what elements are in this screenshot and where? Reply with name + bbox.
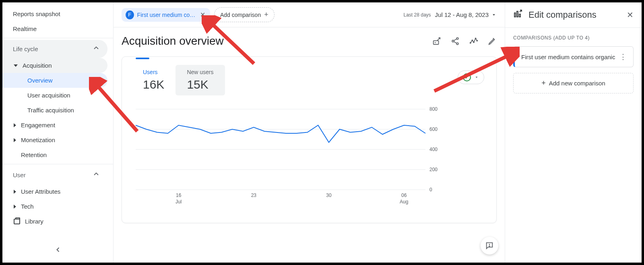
nav-realtime[interactable]: Realtime (2, 21, 107, 36)
nav-acquisition[interactable]: Acquisition (2, 58, 107, 73)
svg-line-37 (434, 54, 512, 91)
date-range-value: Jul 12 - Aug 8, 2023 (435, 11, 489, 18)
metric-value: 15K (187, 78, 213, 91)
more-icon[interactable]: ⋮ (619, 52, 627, 61)
date-range-picker[interactable]: Last 28 days Jul 12 - Aug 8, 2023 (404, 11, 497, 18)
svg-point-8 (475, 38, 476, 39)
title-actions (432, 37, 497, 46)
divider (2, 38, 113, 38)
svg-line-35 (95, 83, 137, 131)
nav-reports-snapshot[interactable]: Reports snapshot (2, 6, 107, 21)
svg-point-9 (477, 40, 477, 41)
add-new-label: Add new comparison (549, 80, 605, 87)
divider (2, 164, 113, 164)
svg-point-5 (470, 42, 471, 43)
svg-point-28 (489, 246, 489, 246)
section-user[interactable]: User (2, 166, 107, 184)
caret-right-icon (14, 205, 16, 209)
nav-label: Realtime (13, 25, 37, 32)
nav-user-attributes[interactable]: User Attributes (2, 184, 107, 199)
svg-text:Aug: Aug (400, 199, 408, 205)
chart: 020040060080016Jul233006Aug (132, 105, 487, 211)
share-icon[interactable] (451, 37, 460, 46)
nav-label: Engagement (21, 122, 55, 128)
comparison-item[interactable]: First user medium contains organic ⋮ (513, 46, 634, 67)
nav-label: Monetization (21, 137, 55, 143)
section-life-cycle[interactable]: Life cycle (2, 40, 107, 58)
line-chart: 020040060080016Jul233006Aug (132, 105, 446, 210)
annotation-arrow (202, 15, 266, 72)
nav-library[interactable]: Library (2, 214, 107, 229)
svg-rect-31 (519, 14, 520, 17)
panel-section-label: COMPARISONS (ADD UP TO 4) (513, 35, 634, 41)
caret-down-icon (491, 12, 497, 18)
svg-line-33 (209, 21, 254, 64)
customize-icon[interactable] (432, 37, 441, 46)
nav-label: Retention (21, 151, 47, 158)
svg-rect-1 (433, 41, 439, 44)
svg-text:30: 30 (326, 193, 332, 198)
feedback-button[interactable] (481, 237, 498, 255)
svg-text:800: 800 (429, 106, 438, 112)
nav-retention[interactable]: Retention (2, 147, 107, 162)
nav-label: Reports snapshot (13, 10, 60, 17)
comparison-text: First user medium contains organic (521, 54, 615, 60)
edit-icon[interactable] (488, 37, 497, 46)
panel-title: Edit comparisons (528, 10, 597, 20)
nav-label: Overview (27, 77, 53, 84)
insights-icon[interactable] (469, 37, 478, 46)
close-icon[interactable]: ✕ (627, 10, 634, 20)
metric-label: Users (143, 69, 164, 75)
svg-rect-29 (514, 13, 516, 17)
section-label: Life cycle (13, 46, 38, 52)
nav-label: User Attributes (21, 188, 60, 195)
caret-right-icon (14, 138, 16, 142)
svg-text:0: 0 (429, 187, 432, 193)
caret-right-icon (14, 123, 16, 127)
caret-down-icon (14, 64, 18, 67)
edit-comparisons-panel: Edit comparisons ✕ COMPARISONS (ADD UP T… (505, 2, 642, 263)
annotation-arrow (427, 47, 520, 99)
topbar: F First user medium cont… ✕ Add comparis… (114, 2, 505, 27)
svg-text:16: 16 (176, 193, 182, 198)
panel-header: Edit comparisons ✕ (505, 2, 642, 28)
chart-edit-icon (513, 9, 523, 21)
date-label: Last 28 days (404, 12, 431, 18)
svg-text:200: 200 (429, 167, 438, 172)
chevron-up-icon (92, 170, 100, 180)
plus-icon: + (541, 79, 546, 87)
chevron-up-icon (92, 44, 100, 54)
section-label: User (13, 172, 26, 178)
caret-right-icon (14, 190, 16, 194)
date-range-text: Jul 12 - Aug 8, 2023 (435, 11, 497, 18)
collapse-sidebar-button[interactable] (2, 239, 113, 263)
nav-label: Acquisition (23, 62, 52, 69)
svg-rect-30 (517, 11, 518, 17)
svg-text:23: 23 (251, 193, 257, 198)
folder-icon (14, 219, 20, 224)
svg-marker-0 (493, 14, 495, 16)
main: F First user medium cont… ✕ Add comparis… (114, 2, 505, 263)
chip-text: First user medium cont… (137, 12, 196, 18)
nav-label: Tech (21, 203, 34, 210)
nav-label: Traffic acquisition (27, 107, 74, 114)
comparison-chip[interactable]: F First user medium cont… ✕ (122, 8, 210, 22)
svg-text:600: 600 (429, 126, 438, 132)
add-new-comparison-button[interactable]: + Add new comparison (513, 73, 634, 93)
annotation-arrow (89, 77, 153, 141)
svg-text:06: 06 (401, 193, 407, 198)
svg-point-7 (473, 42, 474, 43)
chip-badge: F (126, 10, 134, 19)
svg-text:Jul: Jul (175, 199, 182, 205)
nav-label: User acquisition (27, 92, 70, 99)
svg-point-6 (472, 40, 473, 41)
svg-text:400: 400 (429, 147, 438, 152)
nav-label: Library (25, 218, 43, 225)
nav-tech[interactable]: Tech (2, 199, 107, 214)
